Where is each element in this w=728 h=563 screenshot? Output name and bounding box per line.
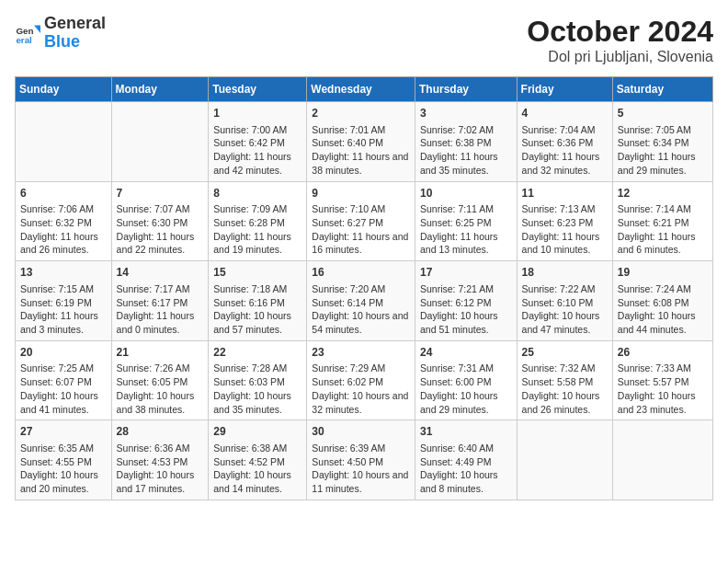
day-cell: 12Sunrise: 7:14 AMSunset: 6:21 PMDayligh… xyxy=(612,181,712,261)
day-info: Sunrise: 7:32 AM xyxy=(522,362,608,375)
day-number: 14 xyxy=(117,265,204,281)
day-number: 4 xyxy=(522,106,608,121)
day-info: Sunset: 5:57 PM xyxy=(618,375,708,389)
day-number: 3 xyxy=(420,106,512,121)
day-info: Sunset: 6:07 PM xyxy=(20,375,107,389)
day-info: Sunrise: 7:17 AM xyxy=(117,282,204,296)
day-number: 24 xyxy=(420,345,512,361)
day-info: Daylight: 10 hours and 26 minutes. xyxy=(522,389,608,416)
day-info: Sunset: 6:19 PM xyxy=(20,296,107,310)
day-info: Sunrise: 7:29 AM xyxy=(312,362,410,375)
day-cell: 21Sunrise: 7:26 AMSunset: 6:05 PMDayligh… xyxy=(111,340,209,420)
day-number: 5 xyxy=(618,106,708,121)
calendar-table: SundayMondayTuesdayWednesdayThursdayFrid… xyxy=(15,76,713,500)
day-cell: 19Sunrise: 7:24 AMSunset: 6:08 PMDayligh… xyxy=(612,261,712,341)
day-number: 29 xyxy=(213,424,301,440)
day-cell: 22Sunrise: 7:28 AMSunset: 6:03 PMDayligh… xyxy=(209,340,307,420)
day-info: Sunrise: 7:25 AM xyxy=(20,362,107,375)
day-number: 16 xyxy=(312,265,410,281)
day-info: Sunset: 6:03 PM xyxy=(213,375,301,389)
day-info: Sunset: 6:25 PM xyxy=(420,216,512,230)
day-info: Sunrise: 7:33 AM xyxy=(618,362,708,375)
header-cell-friday: Friday xyxy=(517,77,612,102)
day-info: Sunrise: 7:20 AM xyxy=(312,282,410,296)
logo-general-text: General xyxy=(44,15,106,33)
day-number: 28 xyxy=(117,424,204,440)
day-info: Sunset: 4:49 PM xyxy=(420,455,512,469)
day-info: Sunset: 6:36 PM xyxy=(522,136,608,150)
day-cell: 1Sunrise: 7:00 AMSunset: 6:42 PMDaylight… xyxy=(209,102,307,182)
day-info: Sunrise: 6:38 AM xyxy=(213,442,301,455)
day-number: 20 xyxy=(20,345,107,361)
day-info: Sunrise: 7:14 AM xyxy=(618,202,708,216)
day-cell xyxy=(111,102,209,182)
day-info: Sunset: 4:50 PM xyxy=(312,455,410,469)
day-info: Sunrise: 7:31 AM xyxy=(420,362,512,375)
day-info: Sunset: 6:00 PM xyxy=(420,375,512,389)
logo: Gen eral General Blue xyxy=(15,15,106,52)
day-info: Sunrise: 7:04 AM xyxy=(522,123,608,137)
day-cell: 6Sunrise: 7:06 AMSunset: 6:32 PMDaylight… xyxy=(16,181,112,261)
day-info: Daylight: 10 hours and 32 minutes. xyxy=(312,389,410,416)
day-info: Sunset: 4:55 PM xyxy=(20,455,107,469)
day-info: Daylight: 11 hours and 35 minutes. xyxy=(420,150,512,177)
day-info: Sunrise: 6:40 AM xyxy=(420,442,512,455)
day-cell: 23Sunrise: 7:29 AMSunset: 6:02 PMDayligh… xyxy=(307,340,415,420)
day-info: Sunrise: 7:00 AM xyxy=(213,123,301,137)
day-number: 8 xyxy=(213,186,301,201)
week-row-1: 1Sunrise: 7:00 AMSunset: 6:42 PMDaylight… xyxy=(16,102,713,182)
day-number: 10 xyxy=(420,186,512,201)
day-cell: 17Sunrise: 7:21 AMSunset: 6:12 PMDayligh… xyxy=(415,261,517,341)
day-cell: 13Sunrise: 7:15 AMSunset: 6:19 PMDayligh… xyxy=(16,261,112,341)
day-info: Sunrise: 7:21 AM xyxy=(420,282,512,296)
day-info: Daylight: 11 hours and 13 minutes. xyxy=(420,230,512,257)
day-number: 2 xyxy=(312,106,410,121)
day-cell: 10Sunrise: 7:11 AMSunset: 6:25 PMDayligh… xyxy=(415,181,517,261)
day-info: Sunrise: 7:10 AM xyxy=(312,202,410,216)
day-number: 21 xyxy=(117,345,204,361)
day-cell: 7Sunrise: 7:07 AMSunset: 6:30 PMDaylight… xyxy=(111,181,209,261)
day-number: 7 xyxy=(117,186,204,201)
day-cell: 18Sunrise: 7:22 AMSunset: 6:10 PMDayligh… xyxy=(517,261,612,341)
day-number: 19 xyxy=(618,265,708,281)
day-cell: 11Sunrise: 7:13 AMSunset: 6:23 PMDayligh… xyxy=(517,181,612,261)
day-info: Daylight: 11 hours and 42 minutes. xyxy=(213,150,301,177)
day-info: Sunset: 6:40 PM xyxy=(312,136,410,150)
header-cell-thursday: Thursday xyxy=(415,77,517,102)
day-cell: 15Sunrise: 7:18 AMSunset: 6:16 PMDayligh… xyxy=(209,261,307,341)
day-cell: 16Sunrise: 7:20 AMSunset: 6:14 PMDayligh… xyxy=(307,261,415,341)
day-info: Daylight: 10 hours and 20 minutes. xyxy=(20,468,107,495)
day-info: Sunrise: 7:07 AM xyxy=(117,202,204,216)
day-number: 13 xyxy=(20,265,107,281)
day-info: Daylight: 10 hours and 57 minutes. xyxy=(213,309,301,336)
day-number: 26 xyxy=(618,345,708,361)
day-info: Sunset: 6:27 PM xyxy=(312,216,410,230)
day-info: Sunrise: 6:35 AM xyxy=(20,442,107,455)
day-info: Sunset: 6:21 PM xyxy=(618,216,708,230)
day-cell: 3Sunrise: 7:02 AMSunset: 6:38 PMDaylight… xyxy=(415,102,517,182)
day-number: 15 xyxy=(213,265,301,281)
day-info: Daylight: 11 hours and 32 minutes. xyxy=(522,150,608,177)
day-cell: 5Sunrise: 7:05 AMSunset: 6:34 PMDaylight… xyxy=(612,102,712,182)
day-cell: 20Sunrise: 7:25 AMSunset: 6:07 PMDayligh… xyxy=(16,340,112,420)
header-row: SundayMondayTuesdayWednesdayThursdayFrid… xyxy=(16,77,713,102)
day-cell xyxy=(16,102,112,182)
day-info: Sunrise: 7:15 AM xyxy=(20,282,107,296)
title-block: October 2024 Dol pri Ljubljani, Slovenia xyxy=(527,15,713,65)
day-number: 17 xyxy=(420,265,512,281)
day-info: Sunset: 6:17 PM xyxy=(117,296,204,310)
day-cell: 25Sunrise: 7:32 AMSunset: 5:58 PMDayligh… xyxy=(517,340,612,420)
day-info: Daylight: 11 hours and 6 minutes. xyxy=(618,230,708,257)
day-info: Sunrise: 7:01 AM xyxy=(312,123,410,137)
day-info: Daylight: 10 hours and 29 minutes. xyxy=(420,389,512,416)
day-info: Sunset: 6:12 PM xyxy=(420,296,512,310)
day-info: Sunrise: 7:26 AM xyxy=(117,362,204,375)
day-info: Daylight: 10 hours and 38 minutes. xyxy=(117,389,204,416)
day-info: Daylight: 10 hours and 54 minutes. xyxy=(312,309,410,336)
header-cell-sunday: Sunday xyxy=(16,77,112,102)
day-info: Daylight: 11 hours and 19 minutes. xyxy=(213,230,301,257)
day-info: Sunset: 6:23 PM xyxy=(522,216,608,230)
day-info: Sunset: 6:16 PM xyxy=(213,296,301,310)
day-info: Sunset: 6:14 PM xyxy=(312,296,410,310)
day-info: Sunset: 6:28 PM xyxy=(213,216,301,230)
